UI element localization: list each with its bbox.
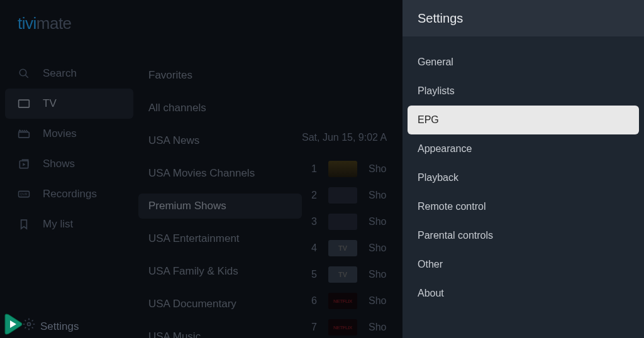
- logo-brand-part2: mate: [36, 14, 72, 33]
- search-icon: [18, 67, 30, 80]
- channel-title: Sho: [369, 190, 386, 201]
- sidebar-item-movies[interactable]: Movies: [0, 119, 138, 149]
- category-item[interactable]: USA Music: [138, 324, 302, 338]
- main-screen-dimmed: tivimate Search TV Movies: [0, 0, 402, 338]
- channel-number: 4: [309, 243, 317, 254]
- sidebar-item-label: Recordings: [43, 188, 97, 200]
- sidebar-item-search[interactable]: Search: [0, 58, 138, 89]
- channel-number: 5: [309, 269, 317, 280]
- channel-title: Sho: [369, 322, 386, 333]
- nav-list: Search TV Movies Shows: [0, 58, 138, 239]
- settings-item-remote-control[interactable]: Remote control: [408, 192, 639, 221]
- category-item[interactable]: USA Family & Kids: [138, 259, 302, 284]
- settings-item-other[interactable]: Other: [408, 250, 639, 279]
- svg-point-8: [28, 323, 31, 326]
- channel-thumbnail: [328, 214, 357, 230]
- settings-item-epg[interactable]: EPG: [408, 106, 639, 134]
- sidebar-item-label: Shows: [43, 158, 75, 170]
- channel-thumbnail: TV: [328, 240, 357, 256]
- category-item[interactable]: USA News: [138, 128, 302, 153]
- sidebar-item-label: My list: [43, 218, 73, 231]
- channel-title: Sho: [369, 243, 386, 254]
- category-item[interactable]: USA Movies Channels: [138, 161, 302, 186]
- channel-thumbnail: TV: [328, 266, 357, 283]
- channel-title: Sho: [369, 295, 386, 307]
- svg-marker-5: [23, 163, 25, 166]
- settings-item-playlists[interactable]: Playlists: [408, 77, 639, 106]
- channel-title: Sho: [369, 163, 386, 175]
- channel-number: 6: [309, 295, 317, 307]
- sidebar: tivimate Search TV Movies: [0, 0, 138, 338]
- sidebar-settings-label[interactable]: Settings: [40, 320, 79, 333]
- channel-row[interactable]: 2 Sho: [302, 182, 402, 209]
- overlay-play-icon: [1, 312, 26, 337]
- sidebar-item-mylist[interactable]: My list: [0, 209, 138, 239]
- settings-header: Settings: [402, 0, 644, 36]
- svg-rect-3: [19, 133, 30, 138]
- tv-icon: [18, 97, 30, 110]
- sidebar-item-recordings[interactable]: DVR Recordings: [0, 179, 138, 209]
- channel-row[interactable]: 4 TV Sho: [302, 235, 402, 261]
- shows-icon: [18, 158, 30, 170]
- svg-text:DVR: DVR: [20, 192, 27, 196]
- app-logo: tivimate: [0, 6, 138, 58]
- channel-number: 2: [309, 190, 317, 201]
- category-item[interactable]: All channels: [138, 95, 302, 121]
- category-item[interactable]: Premium Shows: [138, 194, 302, 219]
- channel-row[interactable]: 5 TV Sho: [302, 261, 402, 288]
- sidebar-item-label: Movies: [43, 128, 77, 140]
- category-item[interactable]: Favorites: [138, 63, 302, 88]
- sidebar-item-label: Search: [43, 67, 77, 80]
- channel-title: Sho: [369, 269, 386, 280]
- channel-number: 3: [309, 216, 317, 227]
- settings-item-playback[interactable]: Playback: [408, 163, 639, 192]
- category-item[interactable]: USA Entertainment: [138, 226, 302, 251]
- recordings-icon: DVR: [18, 188, 30, 200]
- sidebar-item-tv[interactable]: TV: [5, 89, 133, 119]
- settings-item-about[interactable]: About: [408, 279, 639, 308]
- settings-item-parental-controls[interactable]: Parental controls: [408, 221, 639, 250]
- svg-rect-2: [19, 100, 30, 107]
- channel-row[interactable]: 6 NETFLIX Sho: [302, 288, 402, 314]
- channel-row[interactable]: 1 Sho: [302, 156, 402, 182]
- category-item[interactable]: USA Documentary: [138, 292, 302, 317]
- channel-row[interactable]: 3 Sho: [302, 209, 402, 235]
- channel-thumbnail: [328, 161, 357, 177]
- settings-item-general[interactable]: General: [408, 48, 639, 77]
- schedule-date: Sat, Jun 15, 9:02 A: [302, 132, 402, 143]
- bookmark-icon: [18, 218, 30, 231]
- settings-panel: Settings General Playlists EPG Appearanc…: [402, 0, 644, 338]
- logo-brand-part1: tivi: [18, 14, 36, 33]
- channel-title: Sho: [369, 216, 386, 227]
- sidebar-item-label: TV: [43, 97, 57, 110]
- channel-number: 1: [309, 163, 317, 175]
- settings-list: General Playlists EPG Appearance Playbac…: [402, 36, 644, 308]
- channel-thumbnail: NETFLIX: [328, 293, 357, 309]
- movies-icon: [18, 128, 30, 140]
- settings-title: Settings: [418, 11, 463, 26]
- channel-thumbnail: NETFLIX: [328, 319, 357, 335]
- sidebar-item-shows[interactable]: Shows: [0, 149, 138, 179]
- channel-thumbnail: [328, 187, 357, 204]
- svg-line-1: [25, 75, 28, 78]
- channel-row[interactable]: 7 NETFLIX Sho: [302, 314, 402, 338]
- svg-point-0: [19, 69, 26, 76]
- settings-item-appearance[interactable]: Appearance: [408, 134, 639, 163]
- category-list: Favorites All channels USA News USA Movi…: [138, 0, 302, 338]
- schedule-column: Sat, Jun 15, 9:02 A 1 Sho 2 Sho 3 Sho 4 …: [302, 0, 402, 338]
- channel-number: 7: [309, 322, 317, 333]
